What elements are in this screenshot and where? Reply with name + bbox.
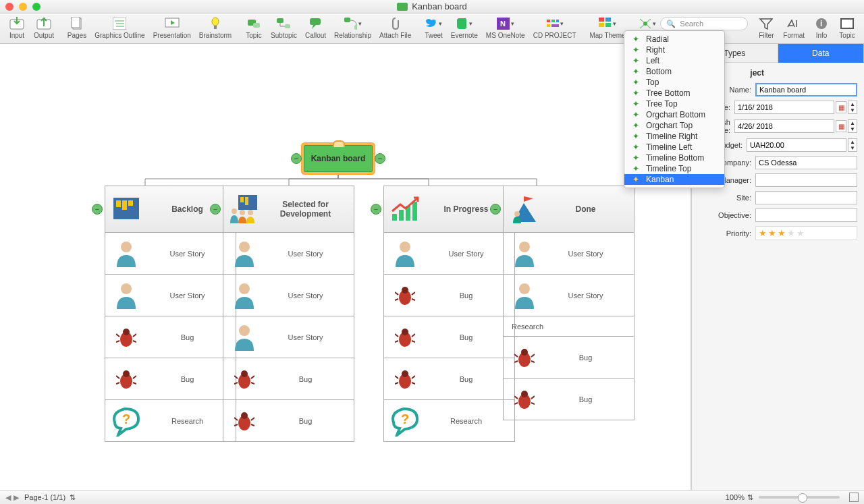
attach-file-button[interactable]: Attach File — [377, 15, 414, 40]
priority-stars[interactable]: ★★★★★ — [755, 226, 857, 240]
start-date-stepper[interactable]: ▲▼ — [848, 101, 857, 114]
kanban-card[interactable]: Bug — [383, 275, 515, 316]
start-date-field[interactable] — [734, 101, 834, 114]
column-header[interactable]: − Done — [503, 186, 634, 233]
kanban-card[interactable]: Bug — [223, 400, 354, 442]
budget-stepper[interactable]: ▲▼ — [848, 138, 857, 152]
layout-menu-item[interactable]: ✦Timeline Top — [624, 163, 724, 174]
presentation-button[interactable]: Presentation — [151, 15, 194, 40]
finish-date-stepper[interactable]: ▲▼ — [848, 119, 857, 133]
collapse-handle-right[interactable]: − — [375, 153, 385, 164]
root-topic[interactable]: Kanban board − − — [304, 145, 373, 172]
star-icon[interactable]: ★ — [787, 228, 795, 238]
svg-line-30 — [640, 19, 645, 24]
site-field[interactable] — [755, 191, 857, 204]
tweet-button[interactable]: ▾ Tweet — [422, 15, 446, 40]
format-button[interactable]: Format — [780, 15, 807, 40]
view-mode-button[interactable] — [849, 493, 859, 502]
kanban-card[interactable]: User Story — [223, 316, 354, 358]
name-field[interactable] — [755, 83, 857, 96]
kanban-card[interactable]: User Story — [105, 275, 236, 316]
objective-field[interactable] — [755, 208, 857, 222]
cd-project-button[interactable]: ▾ CD PROJECT — [531, 15, 579, 40]
graphics-outline-button[interactable]: Graphics Outline — [92, 15, 147, 40]
kanban-card[interactable]: User Story — [383, 233, 515, 275]
start-date-picker-button[interactable]: ▦ — [836, 101, 846, 113]
toolbar-search-input[interactable]: 🔍 Search — [660, 17, 748, 30]
star-icon[interactable]: ★ — [759, 228, 767, 238]
star-icon[interactable]: ★ — [778, 228, 786, 238]
topic-panel-button[interactable]: Topic — [836, 15, 859, 40]
layout-menu-item[interactable]: ✦Orgchart Bottom — [624, 109, 724, 120]
company-field[interactable] — [755, 156, 857, 169]
kanban-card[interactable]: User Story — [223, 233, 354, 275]
star-icon[interactable]: ★ — [768, 228, 776, 238]
zoom-stepper[interactable]: ⇅ — [747, 493, 753, 502]
kanban-card[interactable]: User Story — [223, 275, 354, 316]
budget-field[interactable] — [747, 138, 846, 152]
collapse-handle[interactable]: − — [210, 204, 221, 215]
relationship-button[interactable]: ▾ Relationship — [331, 15, 374, 40]
callout-button[interactable]: Callout — [302, 15, 329, 40]
collapse-handle[interactable]: − — [490, 204, 501, 215]
ms-onenote-button[interactable]: N▾ MS OneNote — [483, 15, 528, 40]
zoom-slider[interactable] — [759, 496, 840, 499]
layout-menu-item[interactable]: ✦Kanban — [624, 174, 724, 185]
collapse-handle[interactable]: − — [92, 204, 103, 215]
layout-item-icon: ✦ — [631, 45, 641, 55]
kanban-card[interactable]: Research — [503, 316, 634, 337]
kanban-card[interactable]: Bug — [223, 358, 354, 400]
pages-button[interactable]: Pages — [65, 15, 89, 40]
layout-item-icon: ✦ — [631, 34, 641, 44]
collapse-handle[interactable]: − — [371, 204, 381, 215]
kanban-card[interactable]: Bug — [105, 316, 236, 358]
kanban-card[interactable]: Research — [105, 400, 236, 442]
layout-menu-item[interactable]: ✦Tree Bottom — [624, 88, 724, 99]
input-button[interactable]: Input — [5, 15, 28, 40]
finish-date-picker-button[interactable]: ▦ — [836, 120, 846, 132]
kanban-card[interactable]: Bug — [503, 379, 634, 420]
layout-menu-item[interactable]: ✦Top — [624, 77, 724, 88]
kanban-card[interactable]: Bug — [105, 358, 236, 400]
output-button[interactable]: Output — [31, 15, 57, 40]
kanban-card[interactable]: User Story — [503, 233, 634, 275]
kanban-card[interactable]: Bug — [503, 337, 634, 379]
brainstorm-button[interactable]: Brainstorm — [196, 15, 234, 40]
topic-button[interactable]: Topic — [242, 15, 265, 40]
kanban-card[interactable]: Bug — [383, 358, 515, 400]
layout-menu-item[interactable]: ✦Left — [624, 55, 724, 66]
layout-menu-item[interactable]: ✦Orgchart Top — [624, 120, 724, 131]
evernote-button[interactable]: ▾ Evernote — [448, 15, 481, 40]
filter-button[interactable]: Filter — [755, 15, 778, 40]
bug-icon — [388, 362, 422, 396]
kanban-card[interactable]: Research — [383, 400, 515, 442]
layout-item-icon: ✦ — [631, 121, 641, 130]
collapse-handle-left[interactable]: − — [291, 153, 302, 164]
manager-field[interactable] — [755, 173, 857, 187]
tab-data[interactable]: Data — [778, 44, 865, 63]
svg-text:N: N — [500, 20, 506, 28]
prev-page-button[interactable]: ◀ — [5, 493, 11, 502]
layout-menu-item[interactable]: ✦Tree Top — [624, 99, 724, 109]
layout-menu-item[interactable]: ✦Timeline Left — [624, 142, 724, 152]
layout-menu-item[interactable]: ✦Bottom — [624, 66, 724, 77]
diagram-canvas[interactable]: Kanban board − − − Backlog User Story Us… — [0, 44, 691, 490]
layout-menu-item[interactable]: ✦Right — [624, 45, 724, 55]
kanban-card[interactable]: Bug — [383, 316, 515, 358]
person-icon — [109, 237, 143, 271]
subtopic-button[interactable]: Subtopic — [268, 15, 300, 40]
layout-menu-item[interactable]: ✦Timeline Bottom — [624, 152, 724, 163]
map-theme-button[interactable]: ▾ Map Theme — [587, 15, 628, 40]
column-header[interactable]: − Selected for Development — [223, 186, 354, 233]
svg-rect-12 — [253, 23, 260, 28]
finish-date-field[interactable] — [734, 119, 834, 133]
kanban-card[interactable]: User Story — [503, 275, 634, 316]
layout-menu-item[interactable]: ✦Timeline Right — [624, 131, 724, 142]
next-page-button[interactable]: ▶ — [14, 493, 19, 502]
page-stepper[interactable]: ⇅ — [70, 493, 76, 502]
person-icon — [227, 237, 261, 271]
layout-menu-item[interactable]: ✦Radial — [624, 34, 724, 45]
star-icon[interactable]: ★ — [796, 228, 805, 238]
kanban-card[interactable]: User Story — [105, 233, 236, 275]
info-button[interactable]: i Info — [810, 15, 833, 40]
